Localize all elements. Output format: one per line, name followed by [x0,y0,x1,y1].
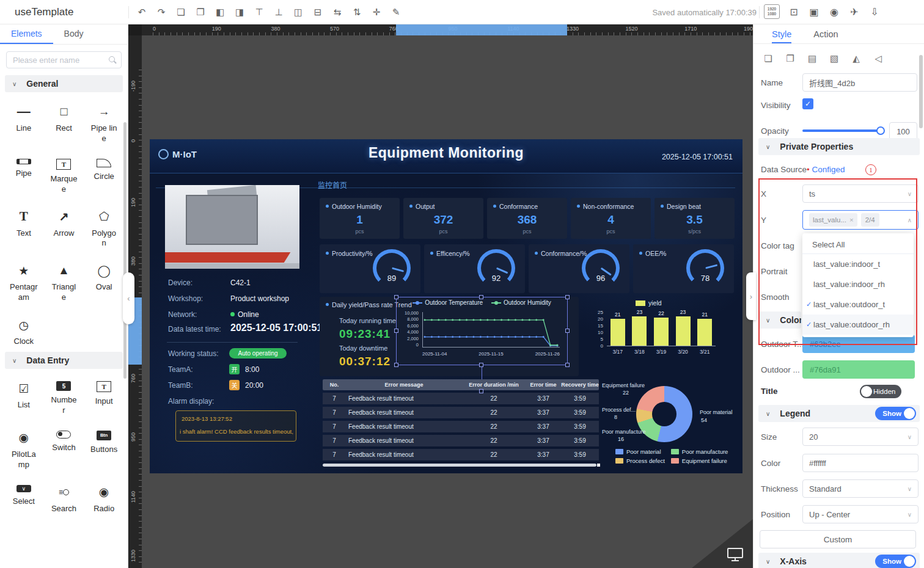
toolbar-icon[interactable]: ⊤ [253,5,265,20]
sidebar-collapse-handle[interactable]: ‹ [123,272,134,324]
table-row[interactable]: 7 Feedback result timeout 22 3:37 3:59 [323,393,599,404]
element-item[interactable]: ◯ Oval [84,260,124,303]
equipment-photo[interactable] [165,185,299,269]
error-table[interactable]: No. Error message Error duration /min Er… [323,379,599,467]
layer-op-icon[interactable]: ❐ [784,51,796,66]
section-legend[interactable]: ∨ Legend Show [758,405,920,422]
resolution-icon[interactable]: 1920 1080 [764,4,780,19]
bar-chart-plot[interactable]: 2123222321 [607,313,716,346]
element-item[interactable]: ◉ Radio [84,481,124,514]
element-item[interactable]: T Marquee [44,155,84,195]
toolbar-icon[interactable]: ◧ [214,5,226,20]
position-select[interactable]: Up - Center ∨ [802,505,919,523]
element-item[interactable]: — Line [4,101,44,144]
stat-card[interactable]: Outdoor Humidity 1 pcs [320,198,400,239]
layer-op-icon[interactable]: ▧ [828,51,840,66]
element-item[interactable]: ⬠ Polygon [84,206,124,249]
data-source-configured-link[interactable]: Configed [812,165,845,174]
selection-rotate-handle[interactable] [479,389,483,393]
toolbar-icon[interactable]: ❐ [194,5,207,20]
thickness-select[interactable]: Standard ∨ [802,479,919,498]
selection-handle[interactable] [565,363,570,367]
visibility-checkbox[interactable]: ✓ [802,98,813,109]
gauge-card[interactable]: Productivity/% 89 [320,244,420,293]
element-item[interactable]: □ Rect [44,101,84,144]
element-item[interactable]: ★ Pentagram [4,260,44,303]
y-field-multiselect[interactable]: last_valu...× 2/4 ∧ [802,210,919,230]
name-input[interactable] [802,73,917,92]
table-row[interactable]: 7 Feedback result timeout 22 3:37 3:59 [323,421,599,432]
layer-op-icon[interactable]: ❏ [762,51,774,66]
element-item[interactable]: Btn Buttons [84,427,124,470]
tab-body[interactable]: Body [53,24,95,44]
alarm-box[interactable]: 2023-8-13 13:27:52 i shaft alarm! CCD fe… [175,410,296,442]
element-item[interactable]: → Pipe line [84,101,124,144]
element-item[interactable]: Switch [44,427,84,470]
toolbar-icon[interactable]: ✛ [370,5,383,20]
element-item[interactable]: ↗ Arrow [44,206,84,249]
element-item[interactable]: Pipe [4,155,44,195]
section-private-properties[interactable]: ∨ Private Properties [758,138,920,155]
sidebar-scrollbar[interactable] [123,122,127,379]
defect-donut-chart[interactable]: Equipment failure 22 Process def... 8 Po… [602,382,741,468]
dropdown-option[interactable]: ✓ last_value:indoor_t [802,254,914,274]
x-field-select[interactable]: ts ∨ [802,184,919,203]
element-item[interactable]: ◉ PilotLamp [4,427,44,470]
element-item[interactable]: T Input [84,377,124,416]
dashboard-artboard[interactable]: M·IoT Equipment Monitoring 2025-12-05 17… [150,139,743,473]
dashboard-header[interactable]: M·IoT Equipment Monitoring 2025-12-05 17… [150,139,743,173]
series-color-field[interactable]: #63b2ee [802,335,915,353]
table-scrollbar[interactable] [323,464,596,467]
element-item[interactable]: ◷ Clock [4,314,44,347]
selection-handle[interactable] [394,363,398,367]
gauge-card[interactable]: Conformance/% 96 [529,244,629,293]
toolbar-icon[interactable]: ⇆ [331,5,343,20]
element-item[interactable]: ≡ Search [44,481,84,514]
gauge-card[interactable]: OEE/% 78 [633,244,734,293]
selection-handle[interactable] [394,329,398,333]
toolbar-icon[interactable]: ⊥ [273,5,285,20]
stat-card[interactable]: Output 372 pcs [403,198,483,239]
legend-toggle[interactable]: Show [875,407,916,420]
selection-handle[interactable] [479,363,483,367]
layer-op-icon[interactable]: ▤ [806,51,818,66]
x-axis-toggle[interactable]: Show [875,555,916,568]
fit-screen-icon[interactable]: ⊡ [788,4,800,19]
toolbar-icon[interactable]: ↶ [136,5,148,20]
stat-card[interactable]: Non-conformance 4 pcs [571,198,651,239]
publish-rocket-icon[interactable]: ✈ [848,4,860,19]
inspector-scrollbar[interactable] [919,55,923,128]
toolbar-icon[interactable]: ⊟ [312,5,324,20]
selection-handle[interactable] [565,329,570,333]
element-item[interactable]: ▲ Triangle [44,260,84,303]
selection-handle[interactable] [479,295,483,299]
tab-action[interactable]: Action [813,24,838,43]
toolbar-icon[interactable]: ⇅ [351,5,363,20]
design-canvas[interactable]: 019038057076095011401330152017101900 -19… [128,24,753,568]
selected-line-chart[interactable]: Outdoor Temperature Outdoor Humidity 10,… [396,297,568,365]
dropdown-option[interactable]: ✓ last_value:indoor_rh [802,274,914,294]
selection-handle[interactable] [394,295,398,299]
element-item[interactable]: ☑ List [4,377,44,416]
monitor-icon[interactable] [727,548,743,558]
preview-eye-icon[interactable]: ◉ [828,4,840,19]
panel-expand-handle[interactable]: › [746,272,756,320]
stat-card[interactable]: Conformance 368 pcs [487,198,567,239]
selection-handle[interactable] [565,295,570,299]
dropdown-option[interactable]: ✓ last_value:outdoor_rh [802,315,914,335]
table-row[interactable]: 7 Feedback result timeout 22 3:37 3:59 [323,435,599,446]
search-input[interactable] [6,51,122,68]
section-x-axis[interactable]: ∨ X-Axis Show [758,553,920,568]
toolbar-icon[interactable]: ✎ [390,5,402,20]
toolbar-icon[interactable]: ◫ [292,5,304,20]
stat-card[interactable]: Design beat 3.5 s/pcs [654,198,735,239]
series-color-field[interactable]: #76da91 [802,360,915,379]
element-item[interactable]: ∨ Select [4,481,44,514]
slider-knob[interactable] [876,126,885,135]
legend-color-input[interactable] [802,454,919,472]
download-icon[interactable]: ⇩ [868,4,881,19]
gauge-card[interactable]: Efficency/% 92 [424,244,525,293]
toolbar-icon[interactable]: ❏ [175,5,187,20]
section-general[interactable]: ∨ General [5,75,123,92]
element-item[interactable]: 5 Number [44,377,84,416]
